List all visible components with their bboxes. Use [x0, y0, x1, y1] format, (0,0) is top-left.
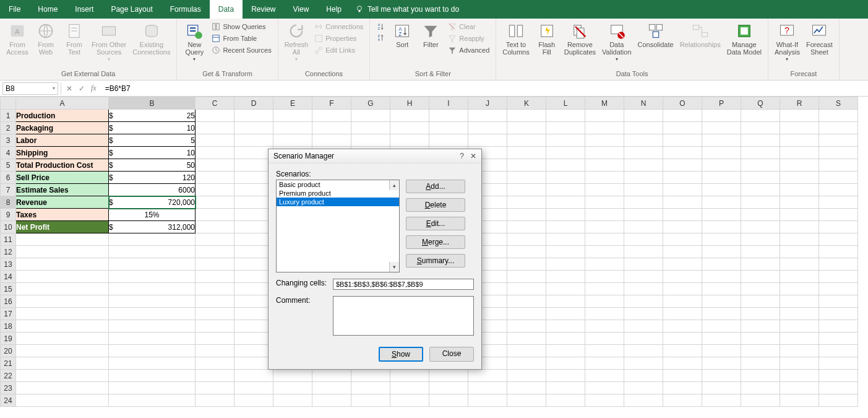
- cell-Q19[interactable]: [741, 333, 780, 345]
- cell-O17[interactable]: [663, 308, 702, 320]
- cell-P17[interactable]: [702, 308, 741, 320]
- cell-P23[interactable]: [702, 382, 741, 394]
- column-header-I[interactable]: I: [429, 97, 468, 110]
- cell-M20[interactable]: [585, 345, 624, 357]
- cell-C12[interactable]: [196, 246, 234, 258]
- cell-B17[interactable]: [109, 308, 196, 320]
- cell-Q13[interactable]: [741, 258, 780, 271]
- cell-C24[interactable]: [196, 394, 234, 407]
- cell-K16[interactable]: [507, 295, 546, 308]
- cell-N24[interactable]: [624, 394, 663, 407]
- cell-L15[interactable]: [546, 283, 585, 295]
- cell-N3[interactable]: [624, 134, 663, 147]
- cell-K19[interactable]: [507, 333, 546, 345]
- cell-B14[interactable]: [109, 271, 196, 283]
- cell-K4[interactable]: [507, 147, 546, 159]
- cell-P9[interactable]: [702, 209, 741, 221]
- cell-A17[interactable]: [16, 308, 109, 320]
- cell-A24[interactable]: [16, 394, 109, 407]
- cell-K24[interactable]: [507, 394, 546, 407]
- tab-help[interactable]: Help: [317, 0, 350, 19]
- cell-P16[interactable]: [702, 295, 741, 308]
- show-button[interactable]: Show: [379, 347, 423, 362]
- cell-R24[interactable]: [780, 394, 819, 407]
- cell-M19[interactable]: [585, 333, 624, 345]
- cell-S3[interactable]: [819, 134, 858, 147]
- column-header-M[interactable]: M: [585, 97, 624, 110]
- cell-P10[interactable]: [702, 221, 741, 233]
- cell-N16[interactable]: [624, 295, 663, 308]
- row-header-22[interactable]: 22: [1, 370, 16, 382]
- cell-L12[interactable]: [546, 246, 585, 258]
- cell-C3[interactable]: [196, 134, 234, 147]
- cell-N6[interactable]: [624, 172, 663, 184]
- cell-R22[interactable]: [780, 370, 819, 382]
- cell-A10[interactable]: Net Profit: [16, 221, 109, 233]
- cell-S18[interactable]: [819, 320, 858, 333]
- cell-I3[interactable]: [429, 134, 468, 147]
- cell-S5[interactable]: [819, 159, 858, 172]
- cell-H1[interactable]: [390, 110, 429, 122]
- cell-B11[interactable]: [109, 233, 196, 246]
- cell-C7[interactable]: [196, 184, 234, 196]
- cell-Q15[interactable]: [741, 283, 780, 295]
- from-table-button[interactable]: From Table: [210, 33, 272, 44]
- cell-O2[interactable]: [663, 122, 702, 134]
- cell-H24[interactable]: [390, 394, 429, 407]
- cell-L8[interactable]: [546, 196, 585, 209]
- cell-P7[interactable]: [702, 184, 741, 196]
- cell-S24[interactable]: [819, 394, 858, 407]
- cell-C9[interactable]: [196, 209, 234, 221]
- cell-J1[interactable]: [468, 110, 507, 122]
- fx-icon[interactable]: fx: [91, 84, 97, 93]
- tell-me[interactable]: Tell me what you want to do: [355, 5, 459, 14]
- cell-R7[interactable]: [780, 184, 819, 196]
- row-header-15[interactable]: 15: [1, 283, 16, 295]
- cell-A4[interactable]: Shipping: [16, 147, 109, 159]
- row-header-13[interactable]: 13: [1, 258, 16, 271]
- tab-page-layout[interactable]: Page Layout: [102, 0, 161, 19]
- cell-S7[interactable]: [819, 184, 858, 196]
- cell-P24[interactable]: [702, 394, 741, 407]
- cell-Q16[interactable]: [741, 295, 780, 308]
- cell-S14[interactable]: [819, 271, 858, 283]
- cell-K12[interactable]: [507, 246, 546, 258]
- cell-B20[interactable]: [109, 345, 196, 357]
- cell-N5[interactable]: [624, 159, 663, 172]
- cell-C18[interactable]: [196, 320, 234, 333]
- cell-A18[interactable]: [16, 320, 109, 333]
- cell-K11[interactable]: [507, 233, 546, 246]
- cell-B16[interactable]: [109, 295, 196, 308]
- cell-P15[interactable]: [702, 283, 741, 295]
- cell-E23[interactable]: [273, 382, 312, 394]
- cell-E1[interactable]: [273, 110, 312, 122]
- column-header-C[interactable]: C: [196, 97, 234, 110]
- cell-K14[interactable]: [507, 271, 546, 283]
- cell-B2[interactable]: $10: [109, 122, 196, 134]
- cell-C21[interactable]: [196, 357, 234, 370]
- cell-A22[interactable]: [16, 370, 109, 382]
- from-other-sources-button[interactable]: From Other Sources▾: [90, 21, 127, 64]
- cell-A14[interactable]: [16, 271, 109, 283]
- cell-O8[interactable]: [663, 196, 702, 209]
- cell-S2[interactable]: [819, 122, 858, 134]
- help-icon[interactable]: ?: [460, 152, 464, 160]
- cell-Q11[interactable]: [741, 233, 780, 246]
- cell-Q6[interactable]: [741, 172, 780, 184]
- tab-formulas[interactable]: Formulas: [161, 0, 210, 19]
- cell-P19[interactable]: [702, 333, 741, 345]
- cell-O13[interactable]: [663, 258, 702, 271]
- row-header-4[interactable]: 4: [1, 147, 16, 159]
- cell-A23[interactable]: [16, 382, 109, 394]
- column-header-Q[interactable]: Q: [741, 97, 780, 110]
- cell-P12[interactable]: [702, 246, 741, 258]
- cell-B19[interactable]: [109, 333, 196, 345]
- row-header-17[interactable]: 17: [1, 308, 16, 320]
- cell-K22[interactable]: [507, 370, 546, 382]
- cell-N8[interactable]: [624, 196, 663, 209]
- tab-home[interactable]: Home: [29, 0, 66, 19]
- cell-S21[interactable]: [819, 357, 858, 370]
- cell-E2[interactable]: [273, 122, 312, 134]
- cell-K21[interactable]: [507, 357, 546, 370]
- cell-P20[interactable]: [702, 345, 741, 357]
